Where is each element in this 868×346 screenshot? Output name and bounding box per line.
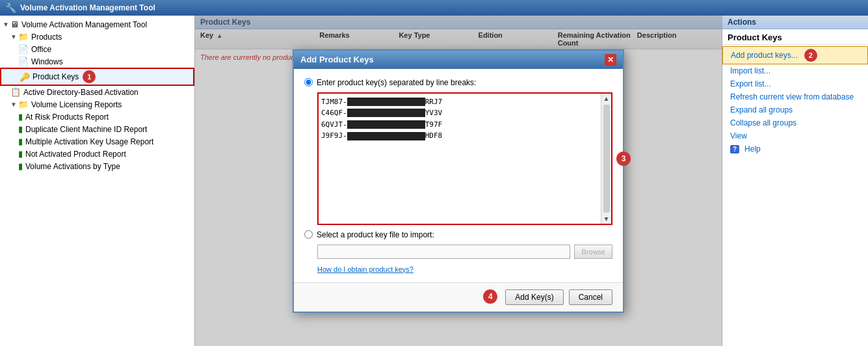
help-link[interactable]: How do I obtain product keys? [317, 265, 612, 273]
action-label: Expand all groups [730, 105, 793, 114]
add-keys-button[interactable]: Add Key(s) [505, 289, 563, 305]
dialog-footer: 4 Add Key(s) Cancel [294, 282, 623, 312]
vlreports-icon: 📁 [18, 100, 29, 109]
expand-icon: ▼ [3, 21, 9, 28]
report-icon: ▮ [18, 161, 23, 171]
sidebar-item-product-keys[interactable]: 🔑 Product Keys 1 [0, 68, 194, 86]
callout-4: 4 [483, 289, 497, 304]
windows-icon: 📄 [18, 57, 29, 66]
add-product-keys-dialog: Add Product Keys ✕ Enter product key(s) … [293, 49, 624, 313]
adbased-icon: 📋 [10, 87, 21, 97]
sidebar-item-volact[interactable]: ▮ Volume Activations by Type [0, 160, 194, 172]
title-bar: 🔧 Volume Activation Management Tool [0, 0, 868, 16]
expand-icon: ▼ [10, 101, 17, 108]
sidebar-item-duplicate[interactable]: ▮ Duplicate Client Machine ID Report [0, 123, 194, 135]
expand-icon: ▼ [10, 33, 17, 40]
action-import-list[interactable]: Import list... [722, 64, 868, 77]
radio-enter-keys[interactable] [304, 78, 313, 86]
dialog-overlay: Add Product Keys ✕ Enter product key(s) … [195, 16, 722, 346]
help-icon: ? [730, 145, 739, 153]
sidebar-item-label: Duplicate Client Machine ID Report [25, 125, 147, 134]
main-layout: ▼ 🖥 Volume Activation Management Tool ▼ … [0, 16, 868, 346]
sidebar-item-label: Products [31, 33, 62, 42]
action-label: Export list... [730, 79, 771, 88]
action-refresh[interactable]: Refresh current view from database [722, 90, 868, 103]
sidebar-item-label: Product Keys [33, 72, 79, 81]
sidebar-item-atrisk[interactable]: ▮ At Risk Products Report [0, 111, 194, 123]
callout-1: 1 [83, 70, 96, 83]
products-icon: 📁 [18, 32, 29, 42]
action-label: Add product keys... [731, 51, 798, 60]
radio-row-enter-keys: Enter product key(s) separated by line b… [304, 78, 612, 87]
keys-textarea-container: TJM87-RRJ7 C46QF-YV3V 6QVJT-T97F [317, 92, 612, 225]
actions-panel-title: Actions [722, 16, 868, 29]
key-line-1: TJM87-RRJ7 [321, 96, 609, 108]
key-lines-display[interactable]: TJM87-RRJ7 C46QF-YV3V 6QVJT-T97F [319, 94, 611, 224]
radio-enter-label[interactable]: Enter product key(s) separated by line b… [317, 78, 476, 87]
radio-file-label[interactable]: Select a product key file to import: [317, 230, 434, 239]
radio-file-import[interactable] [304, 230, 313, 239]
sidebar-item-label: Volume Activation Management Tool [21, 20, 147, 29]
app-icon: 🔧 [5, 3, 16, 13]
sidebar-item-label: Not Activated Product Report [25, 150, 126, 159]
sidebar-item-adbased[interactable]: 📋 Active Directory-Based Activation [0, 86, 194, 98]
callout-3: 3 [616, 152, 631, 166]
redacted-block [347, 132, 425, 140]
scroll-up-arrow[interactable]: ▲ [602, 94, 611, 103]
sidebar: ▼ 🖥 Volume Activation Management Tool ▼ … [0, 16, 195, 346]
sidebar-item-vlreports[interactable]: ▼ 📁 Volume Licensing Reports [0, 98, 194, 111]
sidebar-item-products[interactable]: ▼ 📁 Products [0, 31, 194, 43]
dialog-body: Enter product key(s) separated by line b… [294, 69, 623, 282]
radio-row-file-import: Select a product key file to import: [304, 230, 612, 239]
action-export-list[interactable]: Export list... [722, 77, 868, 90]
dialog-title-bar: Add Product Keys ✕ [294, 51, 623, 69]
action-label: Import list... [730, 66, 770, 75]
file-input-row: Browse [317, 245, 612, 259]
action-view[interactable]: View [722, 129, 868, 142]
sidebar-item-label: Active Directory-Based Activation [23, 88, 138, 97]
textarea-scrollbar[interactable]: ▲ ▼ [601, 94, 611, 224]
cancel-button[interactable]: Cancel [569, 289, 612, 305]
report-icon: ▮ [18, 149, 23, 159]
sidebar-item-label: Windows [31, 57, 63, 66]
actions-section-title: Product Keys [722, 29, 868, 45]
report-icon: ▮ [18, 124, 23, 134]
key-line-2: C46QF-YV3V [321, 107, 609, 119]
action-help[interactable]: ? Help [722, 142, 868, 155]
right-panel: Actions Product Keys Add product keys...… [722, 16, 868, 346]
vamt-icon: 🖥 [10, 20, 19, 29]
scroll-down-arrow[interactable]: ▼ [602, 214, 611, 224]
action-collapse-all[interactable]: Collapse all groups [722, 116, 868, 129]
action-label: Help [744, 144, 761, 153]
office-icon: 📄 [18, 44, 29, 54]
redacted-block [347, 120, 425, 129]
sidebar-item-label: Volume Licensing Reports [31, 100, 122, 109]
file-path-input[interactable] [317, 245, 570, 259]
sidebar-item-office[interactable]: 📄 Office [0, 43, 194, 55]
sidebar-item-label: Volume Activations by Type [25, 162, 120, 171]
product-keys-icon: 🔑 [20, 72, 30, 82]
action-expand-all[interactable]: Expand all groups [722, 103, 868, 116]
action-label: Collapse all groups [730, 118, 796, 127]
radio-group: Enter product key(s) separated by line b… [304, 78, 612, 259]
redacted-block [347, 98, 425, 106]
sidebar-item-windows[interactable]: 📄 Windows [0, 55, 194, 68]
key-line-4: J9F9J-HDF8 [321, 130, 609, 142]
callout-2: 2 [804, 49, 817, 62]
report-icon: ▮ [18, 137, 23, 146]
sidebar-item-mak[interactable]: ▮ Multiple Activation Key Usage Report [0, 135, 194, 148]
scrollbar-thumb[interactable] [603, 105, 610, 213]
key-line-3: 6QVJT-T97F [321, 119, 609, 131]
action-add-product-keys[interactable]: Add product keys... 2 [722, 46, 868, 64]
dialog-close-button[interactable]: ✕ [605, 54, 616, 66]
report-icon: ▮ [18, 112, 23, 122]
redacted-block [347, 109, 425, 117]
sidebar-item-vamt[interactable]: ▼ 🖥 Volume Activation Management Tool [0, 18, 194, 31]
browse-button[interactable]: Browse [574, 245, 612, 259]
center-panel: Product Keys Key ▲ Remarks Key Type Edit… [195, 16, 722, 346]
sidebar-item-label: Office [31, 45, 51, 54]
app-title: Volume Activation Management Tool [20, 3, 155, 12]
action-label: View [730, 131, 747, 140]
action-label: Refresh current view from database [730, 92, 854, 101]
sidebar-item-notactivated[interactable]: ▮ Not Activated Product Report [0, 148, 194, 160]
